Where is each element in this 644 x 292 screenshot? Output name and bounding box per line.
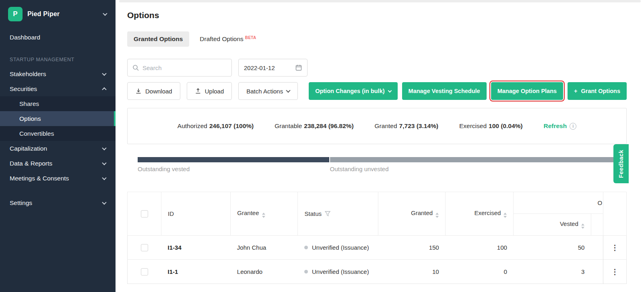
sort-icon[interactable] [581,224,584,229]
column-label: Status [304,210,322,217]
sidebar-item-capitalization[interactable]: Capitalization [0,141,116,156]
chevron-down-icon [286,88,290,93]
search-icon [132,64,139,71]
date-value: 2022-01-12 [244,64,275,71]
stat-value: 246,107 (100%) [209,122,254,129]
toolbar: Download Upload Batch Actions Option Cha… [127,82,627,100]
date-picker[interactable]: 2022-01-12 [238,59,308,77]
main-content: Options Granted Options Drafted OptionsB… [116,0,644,292]
cell-exercised: 100 [446,236,514,260]
sidebar-item-label: Convertibles [19,130,54,137]
sort-icon[interactable] [262,213,265,218]
sidebar-item-settings[interactable]: Settings [0,195,116,210]
filter-row: 2022-01-12 [127,59,627,77]
cell-vested: 50 [514,236,591,260]
column-header-grantee[interactable]: Grantee [231,192,298,236]
sidebar-section-label: STARTUP MANAGEMENT [0,45,116,66]
search-input[interactable] [142,64,227,71]
column-header-id[interactable]: ID [161,192,231,236]
column-header-vested[interactable]: Vested [514,214,591,236]
button-label: Option Changes (in bulk) [315,88,384,94]
progress-labels: Outstanding vested Outstanding unvested [138,166,616,172]
status-dot-icon [304,270,308,273]
stat-label: Grantable [275,122,302,129]
select-all-header [128,192,161,236]
chevron-down-icon [103,11,107,16]
option-changes-bulk-button[interactable]: Option Changes (in bulk) [309,82,397,100]
upload-button[interactable]: Upload [187,82,232,100]
options-tabs: Granted Options Drafted OptionsBETA [127,31,627,47]
sidebar-item-shares[interactable]: Shares [0,96,116,111]
beta-badge: BETA [245,35,256,40]
stat-value: 100 (0.04%) [489,122,522,129]
manage-vesting-schedule-button[interactable]: Manage Vesting Schedule [402,82,487,100]
row-actions-menu-icon[interactable] [603,260,627,284]
sort-icon[interactable] [504,213,507,218]
row-actions-menu-icon[interactable] [603,236,627,260]
outstanding-progress: Outstanding vested Outstanding unvested [138,157,616,172]
sidebar-item-label: Securities [10,85,37,93]
batch-actions-button[interactable]: Batch Actions [238,82,298,100]
chevron-down-icon [102,160,106,165]
company-logo: P [8,7,23,21]
button-label: Upload [205,88,224,95]
sort-icon[interactable] [436,213,439,218]
sidebar-item-data-reports[interactable]: Data & Reports [0,156,116,171]
stat-label: Granted [375,122,397,129]
vested-bar-label: Outstanding vested [138,166,329,172]
stat-label: Exercised [459,122,487,129]
cell-id[interactable]: I1-34 [161,236,231,260]
unvested-bar [330,157,616,162]
stat-grantable: Grantable238,284 (96.82%) [275,122,353,130]
cell-exercised: 0 [446,260,514,284]
column-header-exercised[interactable]: Exercised [446,192,514,236]
horizontal-scrollbar[interactable] [119,0,641,2]
sidebar-item-meetings-consents[interactable]: Meetings & Consents [0,171,116,186]
info-icon[interactable] [570,123,576,130]
cell-granted: 150 [378,236,446,260]
cell-id[interactable]: I1-1 [161,260,231,284]
granted-options-table: ID Grantee Status Granted Exercised O [127,192,627,284]
sidebar-item-securities[interactable]: Securities [0,81,116,96]
progress-bar [138,157,616,162]
cell-status: Unverified (Issuance) [298,260,378,284]
column-header-status[interactable]: Status [298,192,378,236]
button-label: Download [145,88,172,95]
row-checkbox[interactable] [141,268,148,275]
download-button[interactable]: Download [127,82,180,100]
cell-grantee: Leonardo [231,260,298,284]
sidebar-item-stakeholders[interactable]: Stakeholders [0,66,116,81]
sidebar-item-label: Meetings & Consents [10,175,69,182]
summary-stats: Authorized246,107 (100%) Grantable238,28… [127,108,627,144]
column-label: Exercised [474,209,501,216]
status-dot-icon [304,246,308,249]
table-row: I1-34 John Chua Unverified (Issuance) 15… [128,236,627,260]
sidebar-item-label: Shares [19,100,39,108]
select-all-checkbox[interactable] [141,210,148,217]
sidebar-item-options[interactable]: Options [0,111,116,126]
table-row: I1-1 Leonardo Unverified (Issuance) 10 0… [128,260,627,284]
tab-drafted-options[interactable]: Drafted OptionsBETA [193,31,262,47]
button-label: Batch Actions [246,88,283,95]
stat-exercised: Exercised100 (0.04%) [459,122,523,130]
column-header-granted[interactable]: Granted [378,192,446,236]
cell-grantee: John Chua [231,236,298,260]
grant-options-button[interactable]: + Grant Options [568,82,627,100]
tab-granted-options[interactable]: Granted Options [127,31,189,47]
row-checkbox[interactable] [141,244,148,251]
stat-label: Authorized [178,122,207,129]
manage-option-plans-button[interactable]: Manage Option Plans [491,82,563,100]
sidebar-item-dashboard[interactable]: Dashboard [0,30,116,45]
company-switcher[interactable]: P Pied Piper [0,0,116,27]
sidebar-item-convertibles[interactable]: Convertibles [0,126,116,141]
feedback-tab[interactable]: Feedback [613,144,629,183]
stat-authorized: Authorized246,107 (100%) [178,122,254,130]
unvested-bar-label: Outstanding unvested [329,166,616,172]
download-icon [135,88,142,94]
row-select-cell [128,236,161,260]
column-label: Grantee [237,209,259,216]
upload-icon [195,88,201,94]
filter-icon[interactable] [325,211,330,216]
refresh-button[interactable]: Refresh [543,122,576,130]
sidebar-item-label: Data & Reports [10,160,52,167]
